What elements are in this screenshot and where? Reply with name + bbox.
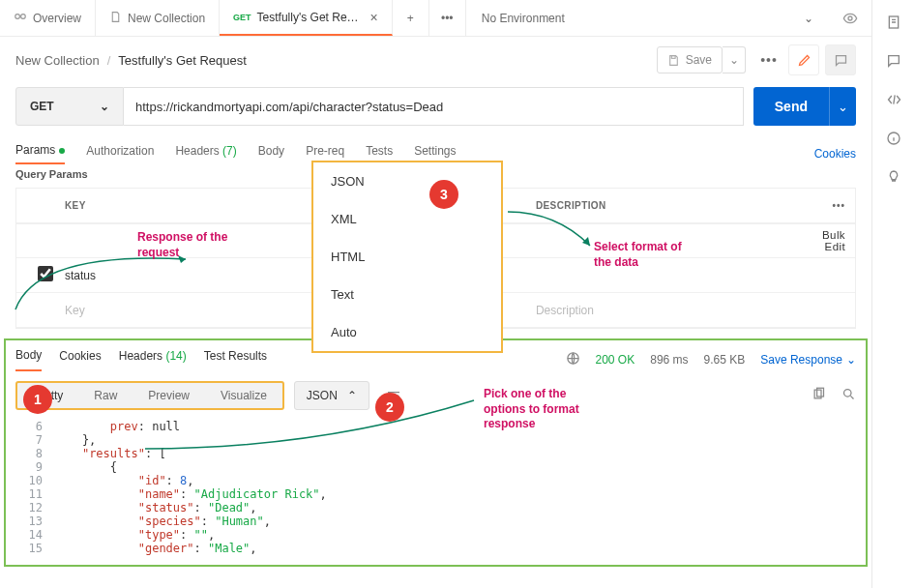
chevron-up-icon: ⌃ [347, 389, 357, 402]
format-dropdown-menu: JSON XML HTML Text Auto [311, 161, 503, 353]
tab-active-request[interactable]: GET Testfully's Get Re… × [220, 0, 393, 36]
title-bar: New Collection / Testfully's Get Request… [0, 37, 871, 83]
method-badge: GET [233, 13, 251, 22]
column-options[interactable]: ••• [832, 200, 845, 211]
tab-label: New Collection [128, 12, 205, 25]
annotation-text: Pick one of the options to format respon… [484, 387, 580, 432]
param-enabled-checkbox[interactable] [38, 266, 53, 281]
breadcrumb-parent[interactable]: New Collection [15, 53, 100, 68]
param-desc-placeholder[interactable]: Description [526, 304, 809, 317]
tab-label: Testfully's Get Re… [257, 11, 359, 24]
search-icon[interactable] [841, 387, 856, 404]
environment-quicklook[interactable] [829, 0, 871, 36]
format-dropdown[interactable]: JSON ⌃ [294, 381, 369, 410]
right-rail [872, 0, 915, 588]
svg-point-1 [21, 15, 26, 19]
subtab-headers[interactable]: Headers (7) [175, 144, 236, 163]
svg-rect-3 [671, 55, 675, 58]
annotation-bubble-2: 2 [375, 393, 404, 422]
method-selector[interactable]: GET ⌄ [15, 87, 124, 126]
response-status: 200 OK 896 ms 9.65 KB Save Response ⌄ [566, 351, 857, 368]
link-icon [14, 10, 27, 26]
chevron-down-icon: ⌄ [846, 353, 856, 367]
save-dropdown[interactable]: ⌄ [723, 46, 746, 74]
resp-tab-headers[interactable]: Headers (14) [119, 349, 187, 370]
annotation-bubble-1: 1 [23, 385, 52, 414]
resp-tab-cookies[interactable]: Cookies [59, 349, 101, 370]
resp-tab-body[interactable]: Body [15, 348, 42, 371]
close-icon[interactable]: × [370, 10, 378, 25]
response-body[interactable]: 6 prev: null 7 }, 8 "results": [ 9 { 10 … [6, 420, 866, 565]
param-key-placeholder[interactable]: Key [55, 304, 290, 317]
dd-item-html[interactable]: HTML [313, 238, 501, 276]
comment-button[interactable] [825, 44, 856, 75]
code-icon[interactable] [885, 91, 902, 108]
dd-item-xml[interactable]: XML [313, 200, 501, 238]
bulk-edit-link[interactable]: Bulk Edit [809, 229, 855, 252]
svg-point-0 [15, 15, 20, 19]
tab-label: Overview [33, 12, 81, 25]
send-dropdown[interactable]: ⌄ [829, 87, 856, 126]
tab-overview[interactable]: Overview [0, 0, 96, 36]
comments-icon[interactable] [885, 52, 902, 70]
view-mode-tabs: Pretty Raw Preview Visualize [15, 381, 284, 410]
file-icon [109, 11, 122, 26]
annotation-text: Select format of the data [594, 240, 691, 270]
info-icon[interactable] [885, 130, 902, 147]
cookies-link[interactable]: Cookies [814, 147, 856, 161]
edit-button[interactable] [788, 44, 819, 75]
subtab-authorization[interactable]: Authorization [86, 144, 154, 163]
top-tabs: Overview New Collection GET Testfully's … [0, 0, 871, 37]
bulb-icon[interactable] [885, 168, 902, 186]
url-row: GET ⌄ Send ⌄ [0, 87, 871, 126]
subtab-params[interactable]: Params [15, 143, 65, 164]
resp-tab-test-results[interactable]: Test Results [204, 349, 267, 370]
more-actions-button[interactable]: ••• [755, 52, 782, 68]
save-button[interactable]: Save [657, 46, 723, 74]
tab-new-collection[interactable]: New Collection [96, 0, 220, 36]
annotation-text: Response of the request [137, 230, 244, 260]
breadcrumb: New Collection / Testfully's Get Request [15, 53, 247, 68]
dd-item-text[interactable]: Text [313, 276, 501, 313]
svg-point-7 [844, 390, 852, 397]
annotation-bubble-3: 3 [429, 180, 458, 209]
dd-item-json[interactable]: JSON [313, 162, 501, 200]
documentation-icon[interactable] [885, 14, 902, 31]
save-response-link[interactable]: Save Response ⌄ [760, 353, 856, 367]
subtab-body[interactable]: Body [258, 144, 284, 163]
new-tab-button[interactable]: + [393, 0, 429, 36]
tab-overflow-button[interactable]: ••• [429, 0, 466, 36]
chevron-down-icon: ⌄ [804, 12, 813, 25]
param-key[interactable]: status [55, 269, 290, 282]
send-button[interactable]: Send [753, 87, 829, 126]
environment-selector[interactable]: No Environment ⌄ [466, 12, 829, 25]
url-input[interactable] [124, 87, 744, 126]
response-panel: Body Cookies Headers (14) Test Results 2… [4, 338, 868, 567]
dd-item-auto[interactable]: Auto [313, 313, 501, 351]
view-tab-visualize[interactable]: Visualize [205, 383, 282, 408]
copy-icon[interactable] [812, 387, 826, 404]
svg-point-2 [848, 16, 852, 20]
view-tab-raw[interactable]: Raw [78, 383, 133, 408]
view-tab-preview[interactable]: Preview [133, 383, 205, 408]
globe-icon[interactable] [566, 351, 580, 368]
chevron-down-icon: ⌄ [100, 100, 109, 113]
breadcrumb-current: Testfully's Get Request [118, 53, 247, 68]
